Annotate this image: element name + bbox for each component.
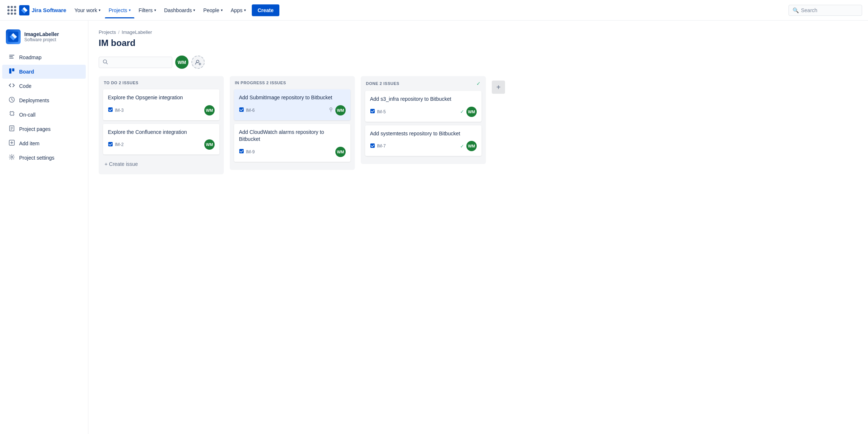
nav-filters[interactable]: Filters ▾ bbox=[135, 5, 160, 15]
roadmap-icon bbox=[8, 53, 15, 61]
nav-apps[interactable]: Apps ▾ bbox=[227, 5, 250, 15]
sidebar-item-code[interactable]: Code bbox=[2, 79, 86, 93]
card-id-area: IM-7 bbox=[370, 143, 386, 149]
svg-line-18 bbox=[106, 63, 108, 64]
card-assignee-avatar[interactable]: WM bbox=[466, 107, 477, 117]
card-footer: IM-5✓WM bbox=[370, 107, 477, 117]
card-title: Add systemtests repository to Bitbucket bbox=[370, 130, 477, 138]
create-button[interactable]: Create bbox=[252, 4, 280, 16]
svg-rect-6 bbox=[9, 58, 14, 58]
column-header-todo: TO DO 2 ISSUES bbox=[103, 81, 219, 85]
sidebar: ImageLabeller Software project Roadmap bbox=[0, 21, 88, 434]
search-box[interactable]: 🔍 Search bbox=[788, 5, 862, 16]
board-column-todo: TO DO 2 ISSUESExplore the Opsgenie integ… bbox=[99, 76, 224, 174]
sidebar-item-project-pages[interactable]: Project pages bbox=[2, 122, 86, 136]
card-id-area: IM-5 bbox=[370, 108, 386, 115]
nav-your-work[interactable]: Your work ▾ bbox=[71, 5, 104, 15]
card-title: Add SubmitImage repository to Bitbucket bbox=[239, 94, 346, 102]
card-title: Explore the Opsgenie integration bbox=[108, 94, 215, 102]
create-issue-button[interactable]: + Create issue bbox=[103, 158, 219, 170]
card-footer: IM-7✓WM bbox=[370, 141, 477, 151]
nav-people[interactable]: People ▾ bbox=[200, 5, 226, 15]
project-avatar bbox=[6, 29, 21, 44]
card-assignee-avatar[interactable]: WM bbox=[204, 105, 215, 115]
card-card-im6[interactable]: Add SubmitImage repository to BitbucketI… bbox=[234, 89, 350, 120]
card-card-im9[interactable]: Add CloudWatch alarms repository to Bitb… bbox=[234, 124, 350, 162]
card-card-im5[interactable]: Add s3_infra repository to BitbucketIM-5… bbox=[365, 91, 481, 122]
chevron-down-icon: ▾ bbox=[193, 8, 195, 12]
add-column-button[interactable]: + bbox=[492, 81, 505, 94]
checkbox-icon bbox=[370, 143, 375, 149]
nav-dashboards[interactable]: Dashboards ▾ bbox=[160, 5, 199, 15]
column-title-done: DONE 2 ISSUES bbox=[366, 81, 399, 86]
column-header-done: DONE 2 ISSUES✓ bbox=[365, 81, 481, 86]
card-right-area: WM bbox=[335, 147, 346, 157]
card-card-im3[interactable]: Explore the Opsgenie integrationIM-3WM bbox=[103, 89, 219, 120]
breadcrumb-separator: / bbox=[118, 29, 120, 35]
card-right-area: WM bbox=[204, 105, 215, 115]
column-title-todo: TO DO 2 ISSUES bbox=[104, 81, 138, 85]
card-footer: IM-2WM bbox=[108, 139, 215, 150]
card-id-area: IM-2 bbox=[108, 142, 124, 148]
card-issue-id: IM-3 bbox=[115, 108, 124, 113]
code-icon bbox=[8, 82, 15, 90]
card-issue-id: IM-9 bbox=[246, 149, 255, 154]
nav-menu: Your work ▾ Projects ▾ Filters ▾ Dashboa… bbox=[71, 4, 787, 16]
card-id-area: IM-6 bbox=[239, 107, 255, 113]
project-info: ImageLabeller Software project bbox=[24, 31, 59, 42]
svg-point-16 bbox=[11, 156, 13, 158]
column-title-inprogress: IN PROGRESS 2 ISSUES bbox=[235, 81, 286, 85]
sidebar-item-oncall[interactable]: On-call bbox=[2, 108, 86, 122]
chevron-down-icon: ▾ bbox=[154, 8, 156, 12]
card-assignee-avatar[interactable]: WM bbox=[466, 141, 477, 151]
card-issue-id: IM-5 bbox=[377, 109, 386, 114]
card-issue-id: IM-2 bbox=[115, 142, 124, 147]
nav-projects[interactable]: Projects ▾ bbox=[105, 5, 134, 15]
grid-menu-icon[interactable] bbox=[6, 4, 18, 16]
card-card-im7[interactable]: Add systemtests repository to BitbucketI… bbox=[365, 125, 481, 156]
card-right-area: ✓WM bbox=[460, 141, 477, 151]
board-column-done: DONE 2 ISSUES✓Add s3_infra repository to… bbox=[361, 76, 486, 164]
board-search[interactable] bbox=[99, 57, 172, 68]
svg-rect-8 bbox=[12, 68, 14, 71]
board-column-inprogress: IN PROGRESS 2 ISSUESAdd SubmitImage repo… bbox=[230, 76, 355, 170]
nav-right: 🔍 Search bbox=[788, 5, 862, 16]
user-avatar-wm[interactable]: WM bbox=[175, 56, 188, 69]
sidebar-item-roadmap[interactable]: Roadmap bbox=[2, 50, 86, 64]
card-id-area: IM-9 bbox=[239, 149, 255, 155]
breadcrumb: Projects / ImageLabeller bbox=[99, 29, 858, 35]
checkbox-icon bbox=[370, 108, 375, 115]
card-assignee-avatar[interactable]: WM bbox=[335, 105, 346, 115]
board-filters: WM bbox=[99, 56, 858, 69]
checkbox-icon bbox=[108, 107, 113, 113]
chevron-down-icon: ▾ bbox=[129, 8, 131, 12]
chevron-down-icon: ▾ bbox=[99, 8, 100, 12]
card-title: Add CloudWatch alarms repository to Bitb… bbox=[239, 129, 346, 143]
sidebar-item-project-settings[interactable]: Project settings bbox=[2, 151, 86, 165]
search-icon: 🔍 bbox=[793, 7, 799, 13]
card-card-im2[interactable]: Explore the Confluence integrationIM-2WM bbox=[103, 124, 219, 155]
checkbox-icon bbox=[239, 107, 244, 113]
board-search-input[interactable] bbox=[110, 59, 168, 65]
breadcrumb-current: ImageLabeller bbox=[122, 29, 152, 35]
page-title: IM board bbox=[99, 38, 858, 48]
sidebar-item-board[interactable]: Board bbox=[2, 65, 86, 79]
top-navigation: Jira Software Your work ▾ Projects ▾ Fil… bbox=[0, 0, 868, 21]
jira-logo[interactable]: Jira Software bbox=[19, 5, 66, 15]
search-placeholder-text: Search bbox=[801, 7, 817, 13]
card-right-area: ✓WM bbox=[460, 107, 477, 117]
card-assignee-avatar[interactable]: WM bbox=[204, 139, 215, 150]
sidebar-item-add-item[interactable]: Add item bbox=[2, 136, 86, 150]
add-item-icon bbox=[8, 139, 15, 147]
breadcrumb-projects-link[interactable]: Projects bbox=[99, 29, 116, 35]
add-member-button[interactable] bbox=[191, 56, 205, 69]
oncall-icon bbox=[8, 111, 15, 119]
board-area: TO DO 2 ISSUESExplore the Opsgenie integ… bbox=[99, 76, 858, 174]
chevron-down-icon: ▾ bbox=[244, 8, 246, 12]
sidebar-item-deployments[interactable]: Deployments bbox=[2, 93, 86, 107]
card-assignee-avatar[interactable]: WM bbox=[335, 147, 346, 157]
svg-rect-4 bbox=[9, 55, 14, 56]
project-type: Software project bbox=[24, 37, 59, 42]
column-header-inprogress: IN PROGRESS 2 ISSUES bbox=[234, 81, 350, 85]
app-layout: ImageLabeller Software project Roadmap bbox=[0, 21, 868, 434]
